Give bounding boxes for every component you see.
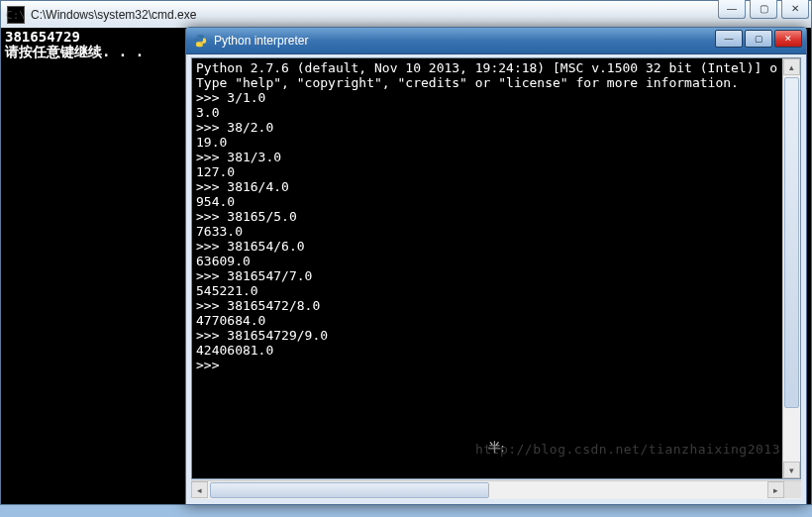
- repl-input-line: >>> 3/1.0: [196, 90, 782, 105]
- repl-output-line: 7633.0: [196, 224, 782, 239]
- python-banner-line: Type "help", "copyright", "credits" or "…: [196, 75, 782, 90]
- scroll-corner: [784, 481, 801, 498]
- close-button[interactable]: ✕: [774, 30, 802, 48]
- python-icon: [192, 33, 208, 49]
- repl-input-line: >>> 38/2.0: [196, 120, 782, 135]
- python-title: Python interpreter: [214, 34, 308, 48]
- python-window: Python interpreter — ▢ ✕ Python 2.7.6 (d…: [185, 27, 807, 505]
- repl-output-line: 63609.0: [196, 254, 782, 268]
- repl-input-line: >>> 3816/4.0: [196, 179, 782, 194]
- scroll-track-vertical[interactable]: [783, 75, 800, 462]
- python-terminal-body[interactable]: Python 2.7.6 (default, Nov 10 2013, 19:2…: [191, 57, 801, 479]
- cmd-title: C:\Windows\system32\cmd.exe: [31, 8, 196, 22]
- scroll-up-icon[interactable]: ▴: [783, 58, 800, 75]
- python-client-area: Python 2.7.6 (default, Nov 10 2013, 19:2…: [191, 57, 801, 499]
- scroll-down-icon[interactable]: ▾: [783, 462, 800, 478]
- repl-output-line: 545221.0: [196, 283, 782, 298]
- repl-input-line: >>> 38165472/8.0: [196, 298, 782, 313]
- repl-output-line: 127.0: [196, 164, 782, 179]
- vertical-scrollbar[interactable]: ▴ ▾: [782, 58, 800, 478]
- scroll-right-icon[interactable]: ▸: [767, 481, 784, 498]
- python-titlebar[interactable]: Python interpreter — ▢ ✕: [186, 28, 806, 54]
- repl-output-line: 19.0: [196, 135, 782, 150]
- repl-output-line: 4770684.0: [196, 313, 782, 328]
- scroll-thumb-horizontal[interactable]: [210, 482, 489, 498]
- minimize-button[interactable]: —: [715, 30, 743, 48]
- horizontal-scrollbar[interactable]: ◂ ▸: [191, 480, 801, 499]
- repl-output-line: 954.0: [196, 194, 782, 209]
- repl-input-line: >>> 381654/6.0: [196, 239, 782, 254]
- close-button[interactable]: ✕: [781, 0, 809, 19]
- repl-input-line: >>> 38165/5.0: [196, 209, 782, 224]
- repl-output-line: 3.0: [196, 105, 782, 120]
- scroll-thumb-vertical[interactable]: [784, 77, 799, 408]
- python-banner-line: Python 2.7.6 (default, Nov 10 2013, 19:2…: [196, 60, 782, 75]
- maximize-button[interactable]: ▢: [745, 30, 772, 48]
- scroll-track-horizontal[interactable]: [208, 481, 767, 499]
- cmd-window-controls: — ▢ ✕: [718, 0, 809, 19]
- cmd-titlebar[interactable]: C:\ C:\Windows\system32\cmd.exe — ▢ ✕: [0, 0, 812, 29]
- scroll-left-icon[interactable]: ◂: [191, 481, 208, 498]
- repl-input-line: >>> 381/3.0: [196, 150, 782, 164]
- python-terminal-text: Python 2.7.6 (default, Nov 10 2013, 19:2…: [196, 60, 782, 476]
- terminal-icon: C:\: [7, 6, 25, 24]
- python-window-controls: — ▢ ✕: [715, 30, 802, 48]
- python-prompt[interactable]: >>>: [196, 358, 782, 372]
- maximize-button[interactable]: ▢: [750, 0, 777, 19]
- repl-input-line: >>> 3816547/7.0: [196, 268, 782, 283]
- minimize-button[interactable]: —: [718, 0, 746, 19]
- repl-input-line: >>> 381654729/9.0: [196, 328, 782, 343]
- repl-output-line: 42406081.0: [196, 343, 782, 358]
